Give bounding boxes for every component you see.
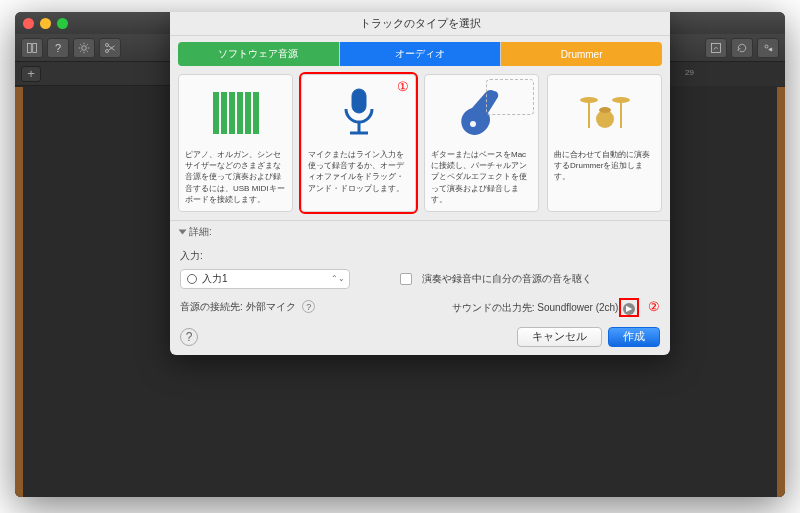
app-window: 名称未設定 - トラック ? + 15 17 19 21 23 25 27 bbox=[15, 12, 785, 497]
audio-source-label: 音源の接続先: 外部マイク ? bbox=[180, 300, 315, 314]
card-drummer[interactable]: 曲に合わせて自動的に演奏するDrummerを追加します。 bbox=[547, 74, 662, 212]
scissors-icon[interactable] bbox=[99, 38, 121, 58]
dialog-help-button[interactable]: ? bbox=[180, 328, 198, 346]
input-status-icon bbox=[187, 274, 197, 284]
drum-kit-icon bbox=[577, 85, 633, 141]
library-button[interactable] bbox=[21, 38, 43, 58]
svg-point-2 bbox=[82, 45, 87, 50]
piano-icon bbox=[208, 85, 264, 141]
card-audio-mic[interactable]: ① マイクまたはライン入力を使って録音するか、オーディオファイルをドラッグ・アン… bbox=[301, 74, 416, 212]
annotation-2: ② bbox=[648, 299, 660, 314]
card-software-instrument[interactable]: ピアノ、オルガン、シンセサイザーなどのさまざまな音源を使って演奏および録音するに… bbox=[178, 74, 293, 212]
input-select[interactable]: 入力1 ⌃⌄ bbox=[180, 269, 350, 289]
note-editor-button[interactable] bbox=[705, 38, 727, 58]
right-curtain bbox=[777, 87, 785, 497]
annotation-1: ① bbox=[397, 79, 409, 94]
tab-drummer[interactable]: Drummer bbox=[501, 42, 662, 66]
tab-software-instrument[interactable]: ソフトウェア音源 bbox=[178, 42, 340, 66]
settings-icon[interactable] bbox=[73, 38, 95, 58]
dialog-title: トラックのタイプを選択 bbox=[170, 12, 670, 36]
audio-output-label: サウンドの出力先: Soundflower (2ch) ▶ ② bbox=[452, 299, 660, 315]
amp-icon bbox=[486, 79, 534, 115]
output-arrow-highlight: ▶ bbox=[621, 300, 637, 315]
svg-point-6 bbox=[765, 45, 768, 48]
monitoring-label: 演奏や録音中に自分の音源の音を聴く bbox=[422, 272, 592, 286]
create-button[interactable]: 作成 bbox=[608, 327, 660, 347]
add-track-button[interactable]: + bbox=[21, 66, 41, 82]
arrow-right-icon[interactable]: ▶ bbox=[623, 303, 635, 315]
svg-rect-5 bbox=[712, 43, 721, 52]
svg-point-16 bbox=[599, 107, 611, 113]
loops-button[interactable] bbox=[731, 38, 753, 58]
media-button[interactable] bbox=[757, 38, 779, 58]
svg-point-3 bbox=[106, 49, 109, 52]
cancel-button[interactable]: キャンセル bbox=[517, 327, 602, 347]
tab-audio[interactable]: オーディオ bbox=[340, 42, 502, 66]
details-toggle[interactable]: 詳細: bbox=[170, 220, 670, 243]
chevron-down-icon bbox=[179, 229, 187, 234]
card-audio-guitar[interactable]: ギターまたはベースをMacに接続し、バーチャルアンプとペダルエフェクトを使って演… bbox=[424, 74, 539, 212]
monitoring-checkbox[interactable] bbox=[400, 273, 412, 285]
svg-point-4 bbox=[106, 43, 109, 46]
new-track-dialog: トラックのタイプを選択 ソフトウェア音源 オーディオ Drummer ピアノ、オ… bbox=[170, 12, 670, 355]
help-toolbar-button[interactable]: ? bbox=[47, 38, 69, 58]
svg-rect-0 bbox=[28, 43, 32, 52]
chevron-down-icon: ⌃⌄ bbox=[331, 274, 345, 283]
track-type-tabs: ソフトウェア音源 オーディオ Drummer bbox=[178, 42, 662, 66]
svg-point-13 bbox=[612, 97, 630, 103]
svg-point-10 bbox=[470, 121, 476, 127]
microphone-icon bbox=[331, 85, 387, 141]
left-curtain bbox=[15, 87, 23, 497]
svg-rect-7 bbox=[352, 89, 366, 113]
help-icon[interactable]: ? bbox=[302, 300, 315, 313]
input-label: 入力: bbox=[180, 249, 203, 263]
svg-point-11 bbox=[580, 97, 598, 103]
svg-rect-1 bbox=[33, 43, 37, 52]
